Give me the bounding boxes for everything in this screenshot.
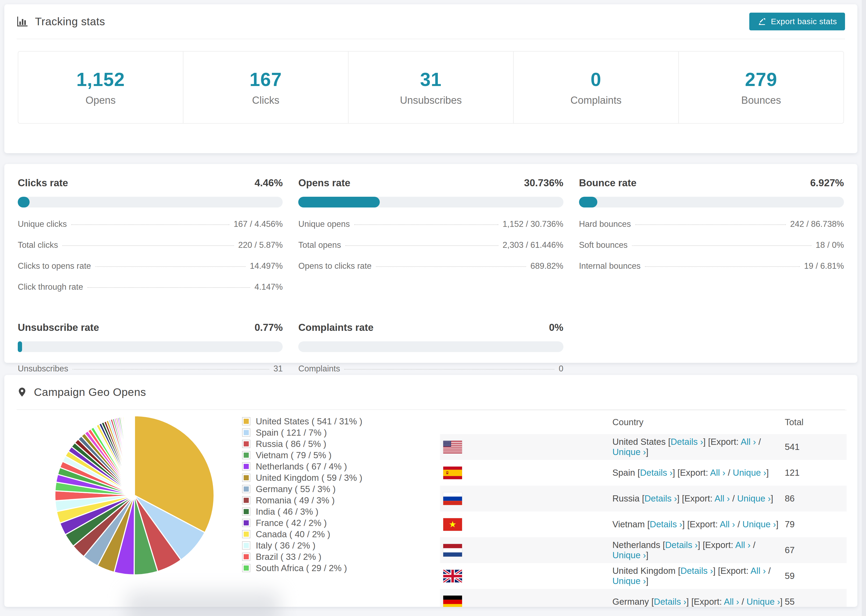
bracket: [ [647, 519, 650, 529]
geo-pie-legend: United States ( 541 / 31% )Spain ( 121 /… [242, 417, 362, 572]
rate-row-label: Internal bounces [579, 261, 641, 271]
rate-row: Unique opens1,152 / 30.736% [298, 219, 563, 229]
rate-value: 0% [549, 322, 563, 333]
export-unique-link[interactable]: Unique › [733, 468, 767, 478]
legend-item-vietnam[interactable]: Vietnam ( 79 / 5% ) [242, 451, 362, 460]
legend-swatch [242, 440, 250, 448]
rate-panel-head: Clicks rate4.46% [18, 178, 283, 189]
country-name: Spain [612, 468, 638, 478]
legend-item-brazil[interactable]: Brazil ( 33 / 2% ) [242, 552, 362, 561]
export-basic-stats-label: Export basic stats [771, 17, 837, 26]
geo-table-country-cell: United States [Details ›] [Export: All ›… [612, 434, 785, 460]
legend-swatch [242, 564, 250, 572]
details-link[interactable]: Details › [680, 566, 713, 576]
export-all-link[interactable]: All › [724, 597, 739, 607]
dotted-leader [87, 287, 250, 288]
rate-row-label: Unique opens [298, 219, 350, 229]
campaign-geo-opens-card: Campaign Geo Opens United States ( 541 /… [4, 375, 857, 607]
rate-title: Clicks rate [18, 178, 68, 189]
stat-cell-clicks: 167Clicks [183, 52, 348, 123]
export-basic-stats-button[interactable]: Export basic stats [749, 13, 845, 30]
legend-item-netherlands[interactable]: Netherlands ( 67 / 4% ) [242, 462, 362, 471]
country-name: United States [612, 437, 668, 447]
legend-item-south-africa[interactable]: South Africa ( 29 / 2% ) [242, 564, 362, 572]
geo-table-country-cell: Germany [Details ›] [Export: All › / Uni… [612, 589, 785, 607]
legend-swatch [242, 429, 250, 436]
export-unique-link[interactable]: Unique › [737, 493, 771, 503]
legend-swatch [242, 531, 250, 538]
geo-table-total-cell: 79 [785, 511, 847, 537]
dotted-leader [72, 369, 269, 369]
legend-label: Romania ( 49 / 3% ) [256, 495, 335, 506]
bracket: [ [651, 597, 654, 607]
slash-separator: / [739, 597, 746, 607]
details-link[interactable]: Details › [654, 597, 687, 607]
export-unique-link[interactable]: Unique › [612, 576, 646, 586]
slash-separator: / [735, 519, 743, 529]
rate-row-label: Soft bounces [579, 240, 628, 250]
geo-table-total-header: Total [785, 410, 847, 434]
export-all-link[interactable]: All › [710, 468, 725, 478]
export-unique-link[interactable]: Unique › [746, 597, 780, 607]
details-link[interactable]: Details › [650, 519, 682, 529]
legend-label: Germany ( 55 / 3% ) [256, 484, 335, 494]
legend-item-united-kingdom[interactable]: United Kingdom ( 59 / 3% ) [242, 473, 362, 482]
progress-bar [18, 197, 283, 207]
rate-title: Opens rate [298, 178, 350, 189]
export-all-link[interactable]: All › [720, 519, 735, 529]
export-all-link[interactable]: All › [735, 540, 751, 550]
rate-rows: Unsubscribes31 [18, 364, 283, 374]
legend-swatch [242, 508, 250, 515]
flag-de-icon [443, 596, 462, 607]
rate-row: Complaints0 [298, 364, 563, 374]
legend-item-russia[interactable]: Russia ( 86 / 5% ) [242, 439, 362, 448]
stat-label: Clicks [252, 94, 279, 106]
export-unique-link[interactable]: Unique › [612, 550, 646, 560]
stat-cell-bounces: 279Bounces [678, 52, 843, 123]
bracket: ] [Export: [677, 493, 714, 503]
legend-item-canada[interactable]: Canada ( 40 / 2% ) [242, 530, 362, 539]
legend-item-italy[interactable]: Italy ( 36 / 2% ) [242, 541, 362, 550]
legend-item-spain[interactable]: Spain ( 121 / 7% ) [242, 428, 362, 437]
legend-item-india[interactable]: India ( 46 / 3% ) [242, 507, 362, 516]
rate-row-label: Complaints [298, 364, 340, 374]
bracket: ] [Export: [703, 437, 740, 447]
export-unique-link[interactable]: Unique › [743, 519, 776, 529]
geo-body: United States ( 541 / 31% )Spain ( 121 /… [4, 410, 857, 607]
progress-bar-fill [579, 197, 597, 207]
bracket: [ [642, 493, 644, 503]
slash-separator: / [756, 437, 761, 447]
export-all-link[interactable]: All › [715, 493, 730, 503]
legend-item-united-states[interactable]: United States ( 541 / 31% ) [242, 417, 362, 426]
export-unique-link[interactable]: Unique › [612, 447, 646, 457]
bracket: ] [Export: [682, 519, 720, 529]
legend-label: Netherlands ( 67 / 4% ) [256, 462, 347, 472]
export-all-link[interactable]: All › [751, 566, 766, 576]
export-all-link[interactable]: All › [741, 437, 756, 447]
rate-panel-opens-rate: Opens rate30.736%Unique opens1,152 / 30.… [298, 178, 563, 303]
geo-table-row-russia: Russia [Details ›] [Export: All › / Uniq… [440, 486, 847, 511]
legend-item-france[interactable]: France ( 42 / 2% ) [242, 519, 362, 527]
geo-table-total-cell: 121 [785, 460, 847, 486]
stat-value: 279 [745, 69, 777, 90]
bar-chart-icon [17, 16, 28, 27]
details-link[interactable]: Details › [640, 468, 672, 478]
bracket: ] [780, 597, 783, 607]
legend-item-germany[interactable]: Germany ( 55 / 3% ) [242, 485, 362, 493]
details-link[interactable]: Details › [671, 437, 703, 447]
rate-row-value: 1,152 / 30.736% [503, 219, 564, 229]
stat-label: Bounces [741, 94, 781, 106]
country-name: Germany [612, 597, 651, 607]
page-scrollbar[interactable] [862, 0, 866, 616]
flag-nl-icon [443, 544, 462, 556]
details-link[interactable]: Details › [665, 540, 698, 550]
flag-es-icon [443, 467, 462, 479]
rate-row-label: Unsubscribes [18, 364, 68, 374]
rate-panel-head: Bounce rate6.927% [579, 178, 844, 189]
legend-label: India ( 46 / 3% ) [256, 507, 318, 517]
stat-cell-opens: 1,152Opens [18, 52, 183, 123]
details-link[interactable]: Details › [644, 493, 677, 503]
dotted-leader [344, 369, 554, 369]
rate-row-value: 689.82% [531, 261, 563, 271]
legend-item-romania[interactable]: Romania ( 49 / 3% ) [242, 496, 362, 505]
